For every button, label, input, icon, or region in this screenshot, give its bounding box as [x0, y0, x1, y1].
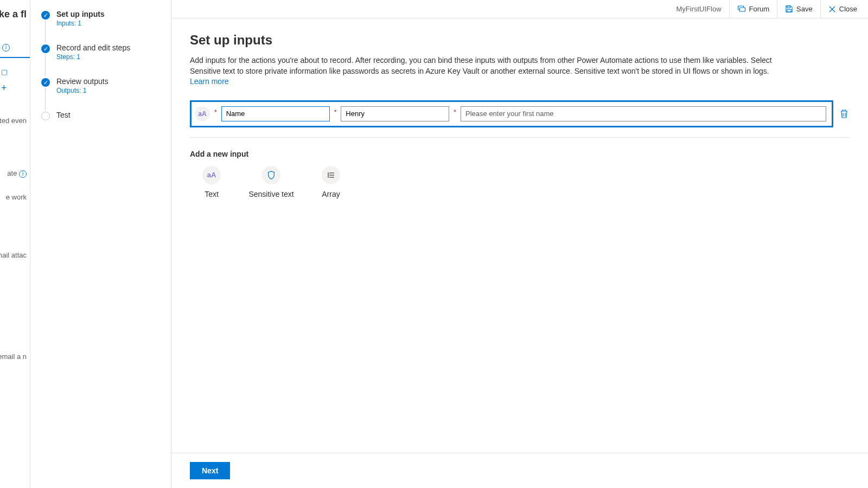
close-button[interactable]: Close: [820, 0, 865, 18]
add-input-label: Array: [322, 190, 340, 198]
close-icon: [828, 5, 836, 13]
fragment-text: e work: [0, 190, 30, 204]
step-title: Test: [56, 111, 165, 119]
list-icon: [322, 166, 340, 184]
panel-title-fragment: ake a fl: [0, 5, 30, 23]
plus-icon[interactable]: +: [0, 79, 30, 97]
close-label: Close: [839, 5, 857, 13]
text-type-icon: aA: [195, 106, 210, 121]
forum-button[interactable]: Forum: [729, 0, 777, 18]
page-description: Add inputs for the actions you're about …: [190, 55, 787, 87]
step-subtitle: Steps: 1: [56, 53, 165, 61]
add-input-label: Text: [205, 190, 219, 198]
save-icon: [785, 5, 793, 13]
save-button[interactable]: Save: [777, 0, 820, 18]
circle-icon: [41, 112, 50, 120]
add-new-input-heading: Add a new input: [190, 150, 850, 158]
required-marker: *: [452, 108, 457, 116]
add-input-label: Sensitive text: [248, 190, 293, 198]
input-sample-value-field[interactable]: [341, 106, 449, 121]
fragment-text: ate i: [0, 166, 30, 181]
input-description-field[interactable]: [461, 106, 826, 121]
shield-icon: [262, 166, 280, 184]
wizard-stepper: ✓ Set up inputs Inputs: 1 ✓ Record and e…: [30, 0, 171, 488]
add-input-sensitive-text[interactable]: Sensitive text: [250, 166, 293, 198]
required-marker: *: [333, 108, 338, 116]
input-name-field[interactable]: [221, 106, 330, 121]
info-icon: i: [19, 170, 27, 178]
divider: [190, 137, 850, 138]
step-title: Set up inputs: [56, 10, 165, 18]
svg-rect-3: [787, 9, 792, 12]
step-review-outputs[interactable]: ✓ Review outputs Outputs: 1: [41, 77, 165, 94]
fragment-text: nated even: [0, 113, 30, 128]
delete-icon[interactable]: [839, 108, 850, 119]
step-subtitle: Inputs: 1: [56, 20, 165, 27]
save-label: Save: [796, 5, 813, 13]
add-input-text[interactable]: aA Text: [190, 166, 233, 198]
step-set-up-inputs[interactable]: ✓ Set up inputs Inputs: 1: [41, 10, 165, 27]
left-panel-clipped: ake a fl i ▢ + nated even ate i e work m…: [0, 0, 30, 488]
fragment-text: mail attac: [0, 248, 30, 262]
top-action-bar: MyFirstUIFlow Forum Save Close: [171, 0, 868, 18]
flow-name-label: MyFirstUIFlow: [669, 5, 729, 13]
selected-underline: [0, 57, 30, 58]
step-title: Record and edit steps: [56, 43, 165, 52]
required-marker: *: [213, 108, 218, 116]
step-record-edit[interactable]: ✓ Record and edit steps Steps: 1: [41, 43, 165, 61]
page-title: Set up inputs: [190, 33, 850, 48]
svg-rect-2: [787, 6, 790, 8]
step-subtitle: Outputs: 1: [56, 87, 165, 94]
input-definition-row: aA * * *: [190, 100, 833, 127]
step-test[interactable]: Test: [41, 111, 165, 119]
next-button[interactable]: Next: [190, 462, 230, 479]
check-icon: ✓: [41, 11, 50, 20]
check-icon: ✓: [41, 78, 50, 87]
svg-rect-1: [739, 8, 745, 11]
fragment-text: email a n: [0, 349, 30, 364]
footer-bar: Next: [171, 453, 868, 488]
forum-label: Forum: [749, 5, 770, 13]
check-icon: ✓: [41, 44, 50, 53]
chat-icon: [737, 5, 746, 14]
text-type-icon: aA: [202, 166, 221, 184]
add-input-array[interactable]: Array: [309, 166, 353, 198]
step-title: Review outputs: [56, 77, 165, 86]
new-tab-icon[interactable]: ▢: [0, 65, 30, 79]
info-icon[interactable]: i: [0, 40, 30, 55]
learn-more-link[interactable]: Learn more: [190, 77, 229, 86]
